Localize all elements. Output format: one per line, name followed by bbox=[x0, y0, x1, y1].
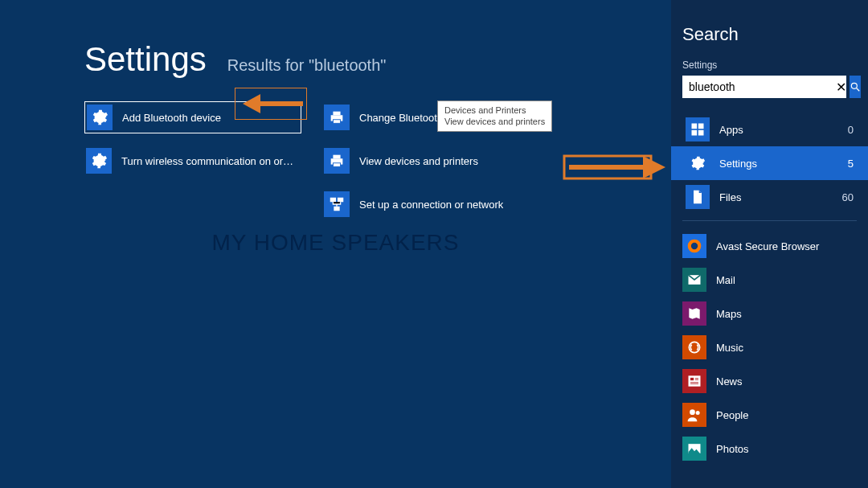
search-icon bbox=[850, 81, 861, 92]
result-label: Set up a connection or network bbox=[359, 199, 503, 211]
app-label: News bbox=[716, 375, 743, 388]
scope-count: 60 bbox=[842, 191, 854, 203]
app-label: Maps bbox=[716, 308, 742, 320]
printer-alt-icon bbox=[324, 148, 350, 174]
settings-results-pane: Settings Results for "bluetooth" Add Blu… bbox=[0, 0, 671, 488]
scope-apps[interactable]: Apps 0 bbox=[682, 113, 857, 146]
app-label: Photos bbox=[716, 443, 748, 455]
scope-settings[interactable]: Settings 5 bbox=[671, 146, 868, 180]
search-result-item[interactable]: Add Bluetooth device bbox=[84, 101, 301, 133]
apps-icon bbox=[686, 117, 710, 141]
mail-icon bbox=[682, 268, 706, 292]
music-icon bbox=[682, 335, 706, 359]
results-column-1: Add Bluetooth device Turn wireless commu… bbox=[84, 101, 301, 220]
gear-icon bbox=[686, 151, 710, 175]
search-heading: Search bbox=[682, 24, 857, 45]
app-mail[interactable]: Mail bbox=[682, 263, 857, 297]
people-icon bbox=[682, 403, 706, 427]
app-label: Mail bbox=[716, 274, 735, 286]
network-icon bbox=[324, 191, 350, 217]
news-icon bbox=[682, 369, 706, 393]
results-subtitle: Results for "bluetooth" bbox=[227, 56, 387, 75]
heading-block: Settings Results for "bluetooth" bbox=[84, 40, 671, 79]
app-photos[interactable]: Photos bbox=[682, 432, 857, 465]
app-maps[interactable]: Maps bbox=[682, 297, 857, 330]
maps-icon bbox=[682, 301, 706, 326]
tooltip-desc: View devices and printers bbox=[444, 116, 545, 127]
result-label: Turn wireless communication on or off bbox=[121, 155, 295, 167]
result-label: View devices and printers bbox=[359, 155, 478, 167]
gear-icon bbox=[86, 148, 112, 174]
app-label: People bbox=[716, 409, 748, 421]
app-music[interactable]: Music bbox=[682, 330, 857, 364]
file-icon bbox=[686, 185, 710, 209]
panel-divider bbox=[682, 220, 857, 221]
photos-icon bbox=[682, 437, 706, 461]
search-charm-panel: Search Settings ✕ Apps 0 Settings 5 File… bbox=[671, 0, 868, 488]
hover-tooltip: Devices and Printers View devices and pr… bbox=[437, 100, 552, 132]
page-title: Settings bbox=[84, 40, 207, 79]
gear-icon bbox=[87, 105, 113, 130]
app-label: Avast Secure Browser bbox=[716, 240, 819, 252]
app-news[interactable]: News bbox=[682, 364, 857, 398]
printer-icon bbox=[324, 105, 350, 130]
scope-files[interactable]: Files 60 bbox=[682, 180, 857, 214]
search-scope-list: Apps 0 Settings 5 Files 60 bbox=[682, 113, 857, 214]
search-app-list: Avast Secure Browser Mail Maps Music New… bbox=[682, 229, 857, 465]
search-result-item[interactable]: Turn wireless communication on or off bbox=[84, 145, 301, 177]
scope-count: 0 bbox=[848, 124, 854, 136]
search-result-item[interactable]: Set up a connection or network bbox=[322, 188, 539, 220]
app-label: Music bbox=[716, 342, 743, 354]
search-submit-button[interactable] bbox=[850, 76, 861, 98]
results-columns: Add Bluetooth device Turn wireless commu… bbox=[84, 101, 671, 220]
scope-label: Apps bbox=[719, 124, 838, 136]
app-people[interactable]: People bbox=[682, 398, 857, 432]
search-result-item[interactable]: View devices and printers bbox=[322, 145, 539, 177]
scope-label: Files bbox=[719, 191, 833, 203]
search-input[interactable] bbox=[682, 76, 836, 98]
search-scope-label: Settings bbox=[682, 59, 857, 71]
app-avast-secure-browser[interactable]: Avast Secure Browser bbox=[682, 229, 857, 263]
scope-label: Settings bbox=[719, 158, 838, 170]
clear-search-icon[interactable]: ✕ bbox=[836, 76, 846, 98]
result-label: Add Bluetooth device bbox=[122, 112, 221, 124]
watermark-text: MY HOME SPEAKERS bbox=[0, 230, 671, 256]
tooltip-title: Devices and Printers bbox=[444, 105, 545, 116]
search-box: ✕ bbox=[682, 76, 857, 98]
avast-icon bbox=[682, 234, 706, 258]
scope-count: 5 bbox=[848, 158, 854, 170]
